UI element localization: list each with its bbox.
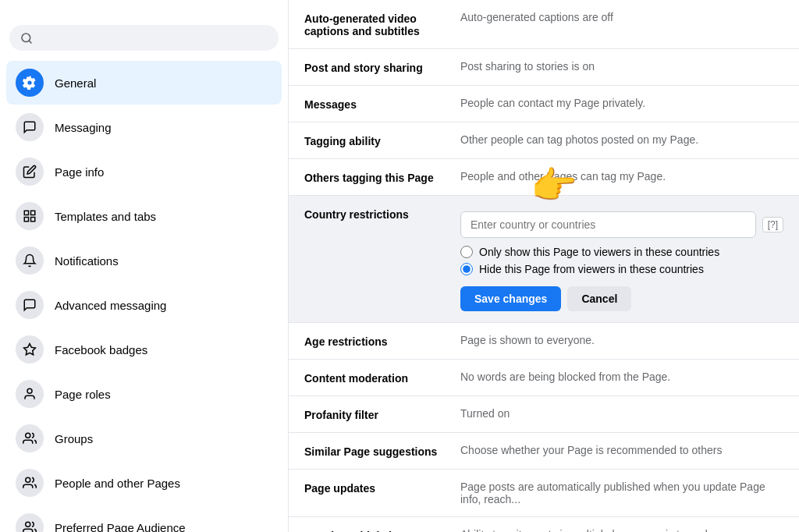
settings-row-content-moderation: Content moderation No words are being bl…: [289, 360, 799, 396]
sidebar-item-people-other-pages[interactable]: People and other Pages: [6, 461, 282, 505]
settings-label-auto-video-captions: Auto-generated video captions and subtit…: [304, 11, 460, 37]
sidebar-label-advanced-messaging: Advanced messaging: [55, 299, 166, 312]
svg-rect-5: [24, 218, 28, 222]
sidebar: GeneralMessagingPage infoTemplates and t…: [0, 0, 289, 532]
nav-icon-templates-tabs: [16, 202, 44, 230]
sidebar-item-preferred-page-audience[interactable]: Preferred Page Audience: [6, 505, 282, 532]
settings-row-page-updates: Page updates Page posts are automaticall…: [289, 470, 799, 517]
settings-label-similar-page-suggestions: Similar Page suggestions: [304, 444, 460, 458]
settings-label-age-restrictions: Age restrictions: [304, 334, 460, 348]
main-content: Auto-generated video captions and subtit…: [289, 0, 799, 532]
settings-value-post-story-sharing: Post sharing to stories is on: [460, 60, 783, 73]
settings-row-similar-page-suggestions: Similar Page suggestions Choose whether …: [289, 433, 799, 470]
nav-icon-messaging: [16, 113, 44, 141]
svg-rect-4: [31, 218, 35, 222]
sidebar-label-general: General: [55, 76, 96, 90]
settings-row-post-story-sharing: Post and story sharing Post sharing to s…: [289, 49, 799, 86]
svg-rect-2: [24, 211, 28, 215]
sidebar-nav: GeneralMessagingPage infoTemplates and t…: [0, 60, 288, 532]
sidebar-item-messaging[interactable]: Messaging: [6, 105, 282, 149]
settings-label-post-story-sharing: Post and story sharing: [304, 60, 460, 74]
page-title: [0, 0, 288, 19]
settings-label-tagging-ability: Tagging ability: [304, 133, 460, 147]
svg-marker-6: [24, 344, 36, 355]
settings-row-age-restrictions: Age restrictions Page is shown to everyo…: [289, 323, 799, 360]
nav-icon-people-other-pages: [16, 469, 44, 497]
sidebar-label-messaging: Messaging: [55, 121, 112, 134]
svg-line-1: [29, 41, 31, 43]
svg-point-10: [26, 522, 30, 527]
radio-label-show-only: Only show this Page to viewers in these …: [479, 246, 719, 258]
svg-point-7: [27, 388, 32, 393]
settings-row-messages: Messages People can contact my Page priv…: [289, 86, 799, 122]
settings-label-others-tagging: Others tagging this Page: [304, 170, 460, 184]
settings-value-post-multiple-languages: Ability to write posts in multiple langu…: [460, 528, 783, 532]
sidebar-item-templates-tabs[interactable]: Templates and tabs: [6, 194, 282, 238]
svg-point-8: [26, 433, 30, 438]
nav-icon-general: [16, 69, 44, 97]
settings-table: Auto-generated video captions and subtit…: [289, 0, 799, 532]
settings-value-messages: People can contact my Page privately.: [460, 97, 783, 109]
sidebar-label-groups: Groups: [55, 432, 93, 445]
search-input[interactable]: [39, 31, 268, 44]
settings-label-page-updates: Page updates: [304, 481, 460, 495]
search-bar[interactable]: [9, 25, 279, 51]
help-badge[interactable]: [?]: [762, 217, 783, 232]
settings-label-country-restrictions: Country restrictions: [304, 207, 460, 311]
sidebar-item-advanced-messaging[interactable]: Advanced messaging: [6, 283, 282, 327]
sidebar-item-page-roles[interactable]: Page roles: [6, 372, 282, 416]
settings-row-country-restrictions: Country restrictions [?] Only show this …: [289, 196, 799, 323]
settings-label-messages: Messages: [304, 97, 460, 111]
sidebar-label-facebook-badges: Facebook badges: [55, 343, 147, 356]
settings-row-tagging-ability: Tagging ability Other people can tag pho…: [289, 122, 799, 159]
settings-value-page-updates: Page posts are automatically published w…: [460, 481, 783, 505]
settings-value-others-tagging: People and other Pages can tag my Page.: [460, 170, 783, 183]
sidebar-item-groups[interactable]: Groups: [6, 417, 282, 460]
radio-label-hide-from: Hide this Page from viewers in these cou…: [479, 263, 704, 275]
settings-row-profanity-filter: Profanity filter Turned on: [289, 396, 799, 433]
btn-row: Save changes Cancel: [460, 286, 783, 311]
sidebar-label-page-info: Page info: [55, 165, 104, 179]
nav-icon-groups: [16, 424, 44, 452]
svg-point-9: [26, 477, 30, 482]
settings-label-post-multiple-languages: Post in multiple languages: [304, 528, 460, 532]
nav-icon-facebook-badges: [16, 335, 44, 364]
nav-icon-preferred-page-audience: [16, 513, 44, 532]
svg-rect-3: [31, 211, 35, 215]
nav-icon-page-roles: [16, 380, 44, 408]
settings-value-tagging-ability: Other people can tag photos posted on my…: [460, 133, 783, 146]
sidebar-item-facebook-badges[interactable]: Facebook badges: [6, 328, 282, 371]
settings-value-content-moderation: No words are being blocked from the Page…: [460, 371, 783, 383]
settings-label-content-moderation: Content moderation: [304, 371, 460, 385]
settings-value-similar-page-suggestions: Choose whether your Page is recommended …: [460, 444, 783, 456]
radio-option-show-only[interactable]: Only show this Page to viewers in these …: [460, 246, 783, 258]
settings-value-auto-video-captions: Auto-generated captions are off: [460, 11, 783, 23]
settings-value-age-restrictions: Page is shown to everyone.: [460, 334, 783, 346]
sidebar-label-templates-tabs: Templates and tabs: [55, 210, 156, 223]
settings-label-profanity-filter: Profanity filter: [304, 407, 460, 421]
sidebar-label-page-roles: Page roles: [55, 388, 111, 401]
nav-icon-advanced-messaging: [16, 291, 44, 319]
settings-row-auto-video-captions: Auto-generated video captions and subtit…: [289, 0, 799, 49]
sidebar-item-general[interactable]: General: [6, 61, 282, 105]
sidebar-label-people-other-pages: People and other Pages: [55, 477, 180, 490]
nav-icon-notifications: [16, 246, 44, 275]
save-button[interactable]: Save changes: [460, 286, 561, 311]
search-icon: [20, 32, 33, 44]
settings-value-profanity-filter: Turned on: [460, 407, 783, 420]
cancel-button[interactable]: Cancel: [567, 286, 631, 311]
sidebar-label-preferred-page-audience: Preferred Page Audience: [55, 521, 186, 533]
country-input[interactable]: [460, 211, 756, 238]
settings-row-others-tagging: Others tagging this Page People and othe…: [289, 159, 799, 196]
nav-icon-page-info: [16, 158, 44, 186]
sidebar-item-page-info[interactable]: Page info: [6, 150, 282, 193]
sidebar-label-notifications: Notifications: [55, 254, 119, 268]
settings-row-post-multiple-languages: Post in multiple languages Ability to wr…: [289, 517, 799, 532]
sidebar-item-notifications[interactable]: Notifications: [6, 239, 282, 282]
radio-group: Only show this Page to viewers in these …: [460, 246, 783, 275]
radio-option-hide-from[interactable]: Hide this Page from viewers in these cou…: [460, 263, 783, 275]
